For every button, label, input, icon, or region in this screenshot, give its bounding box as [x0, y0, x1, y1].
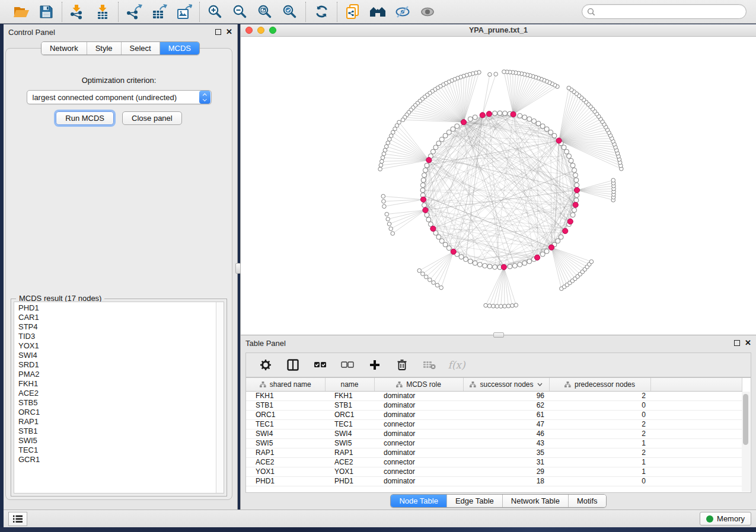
graph-node[interactable]	[574, 178, 579, 182]
table-cell[interactable]: ACE2	[246, 457, 325, 467]
search-input[interactable]	[595, 8, 741, 16]
graph-node[interactable]	[451, 127, 455, 132]
network-graph[interactable]	[241, 37, 755, 334]
graph-node[interactable]	[512, 264, 517, 268]
graph-leaf-node[interactable]	[386, 141, 390, 145]
graph-node[interactable]	[552, 133, 557, 138]
export-table-button[interactable]	[149, 2, 169, 21]
graph-node[interactable]	[492, 265, 497, 270]
deselect-all-button[interactable]	[340, 357, 355, 373]
graph-leaf-node[interactable]	[401, 118, 405, 122]
graph-node[interactable]	[446, 246, 451, 251]
tab-network-table[interactable]: Network Table	[503, 495, 569, 507]
import-network-button[interactable]	[68, 2, 88, 21]
mcds-hub-node[interactable]	[556, 138, 562, 143]
graph-node[interactable]	[562, 145, 566, 150]
table-cell[interactable]: STB1	[325, 400, 374, 410]
table-cell[interactable]: dominator	[374, 448, 463, 457]
tab-node-table[interactable]: Node Table	[391, 495, 447, 507]
graph-leaf-node[interactable]	[484, 303, 488, 307]
graph-node[interactable]	[468, 117, 473, 121]
tab-style[interactable]: Style	[87, 42, 122, 55]
table-row[interactable]: TEC1TEC1connector472	[246, 419, 742, 429]
graph-leaf-node[interactable]	[382, 152, 386, 156]
table-cell[interactable]: ORC1	[246, 410, 325, 419]
graph-leaf-node[interactable]	[589, 259, 594, 264]
graph-node[interactable]	[423, 168, 428, 172]
graph-node[interactable]	[426, 217, 431, 222]
graph-node[interactable]	[468, 259, 473, 264]
export-network-button[interactable]	[124, 2, 144, 21]
network-window-titlebar[interactable]: YPA_prune.txt_1	[241, 24, 756, 37]
table-cell[interactable]: dominator	[374, 429, 463, 438]
apply-layout-button[interactable]	[311, 2, 331, 21]
table-cell[interactable]: 1	[549, 438, 650, 448]
mcds-result-item[interactable]: CAR1	[14, 313, 215, 322]
run-mcds-button[interactable]: Run MCDS	[56, 111, 114, 125]
zoom-out-button[interactable]	[230, 2, 250, 21]
select-all-button[interactable]	[312, 357, 328, 373]
mcds-hub-node[interactable]	[567, 219, 573, 224]
table-cell[interactable]: ORC1	[325, 410, 374, 419]
graph-node[interactable]	[575, 193, 579, 198]
graph-node[interactable]	[518, 262, 522, 267]
graph-node[interactable]	[422, 173, 426, 178]
table-cell[interactable]: 43	[463, 438, 549, 448]
graph-node[interactable]	[573, 173, 578, 178]
mcds-result-item[interactable]: STB1	[14, 427, 215, 436]
table-panel-float-button[interactable]	[734, 340, 740, 346]
mcds-result-item[interactable]: PMA2	[14, 370, 215, 379]
graph-leaf-node[interactable]	[428, 278, 432, 282]
graph-node[interactable]	[439, 239, 444, 243]
save-session-button[interactable]	[36, 2, 56, 21]
graph-node[interactable]	[439, 137, 444, 142]
graph-node[interactable]	[420, 182, 425, 187]
table-cell[interactable]: SWI4	[246, 429, 325, 438]
graph-node[interactable]	[559, 235, 563, 239]
graph-node[interactable]	[455, 124, 460, 129]
mcds-result-item[interactable]: GCR1	[14, 455, 215, 464]
graph-leaf-node[interactable]	[389, 227, 393, 231]
graph-node[interactable]	[425, 163, 429, 168]
mcds-result-item[interactable]: SWI5	[14, 436, 215, 446]
table-cell[interactable]: dominator	[374, 400, 463, 410]
table-cell[interactable]: YOX1	[325, 467, 374, 476]
mcds-result-item[interactable]: TEC1	[14, 446, 215, 455]
graph-node[interactable]	[443, 242, 448, 247]
graph-node[interactable]	[430, 149, 435, 154]
graph-node[interactable]	[464, 257, 468, 262]
tab-motifs[interactable]: Motifs	[569, 495, 606, 507]
table-cell[interactable]: TEC1	[246, 419, 325, 429]
zoom-fit-button[interactable]	[255, 2, 275, 21]
control-panel-float-button[interactable]	[215, 29, 221, 35]
graph-node[interactable]	[536, 121, 541, 126]
open-session-button[interactable]	[11, 2, 31, 21]
mcds-hub-node[interactable]	[573, 202, 578, 207]
graph-leaf-node[interactable]	[506, 304, 511, 308]
table-cell[interactable]: connector	[374, 457, 463, 467]
mcds-hub-node[interactable]	[480, 113, 485, 118]
graph-leaf-node[interactable]	[611, 178, 615, 182]
table-row[interactable]: ACE2ACE2connector311	[246, 457, 742, 467]
table-cell[interactable]: SWI5	[246, 438, 325, 448]
horizontal-splitter-handle[interactable]	[493, 332, 504, 338]
table-cell[interactable]: 35	[463, 448, 549, 457]
zoom-in-button[interactable]	[205, 2, 225, 21]
table-cell[interactable]: YOX1	[246, 467, 325, 476]
table-row[interactable]: ORC1ORC1dominator610	[246, 410, 742, 419]
table-cell[interactable]: 29	[463, 467, 549, 476]
table-cell[interactable]: dominator	[374, 391, 463, 400]
graph-node[interactable]	[477, 262, 482, 267]
graph-node[interactable]	[436, 235, 441, 239]
graph-node[interactable]	[572, 208, 577, 213]
graph-node[interactable]	[574, 198, 579, 203]
mcds-result-item[interactable]: ACE2	[14, 389, 215, 398]
mcds-hub-node[interactable]	[420, 197, 426, 202]
graph-leaf-node[interactable]	[381, 194, 385, 198]
graph-leaf-node[interactable]	[391, 232, 395, 236]
graph-leaf-node[interactable]	[384, 145, 388, 149]
table-cell[interactable]: 0	[549, 410, 650, 419]
mcds-result-item[interactable]: STP4	[14, 322, 215, 332]
add-button[interactable]	[367, 357, 382, 373]
close-panel-button[interactable]: Close panel	[122, 111, 182, 125]
